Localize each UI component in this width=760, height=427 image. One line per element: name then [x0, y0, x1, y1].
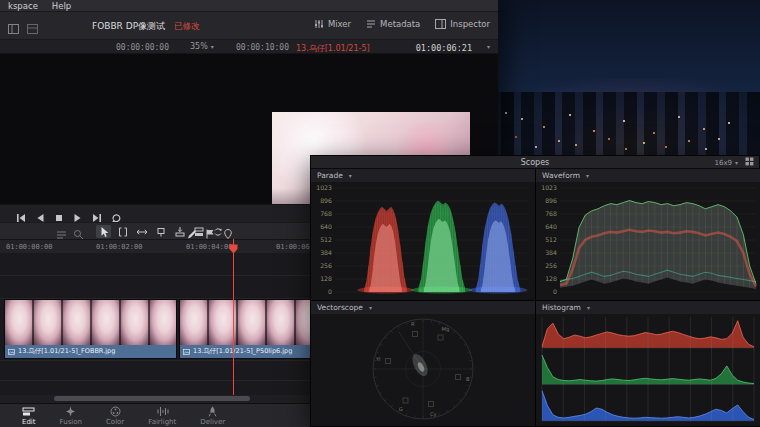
svg-text:0: 0 — [553, 288, 557, 295]
chevron-down-icon: ▾ — [211, 44, 214, 50]
scopes-window-title: Scopes — [521, 158, 550, 167]
top-button-group: Mixer Metadata Inspector — [314, 19, 490, 29]
ruler-label: 01:00:00:00 — [6, 243, 52, 251]
histogram-panel: Histogram▾ — [536, 301, 760, 426]
city-skyline — [480, 92, 760, 162]
waveform-panel: Waveform▾ 10238967686405123842561280 — [536, 169, 760, 300]
viewer-zoom-dropdown[interactable]: 35%▾ — [190, 42, 214, 51]
scopes-window[interactable]: Scopes 16x9 ▾ Parade▾ 102389676864051238… — [310, 155, 760, 427]
clip-thumbnails — [5, 300, 176, 345]
svg-text:896: 896 — [320, 197, 332, 204]
tab-color[interactable]: Color — [106, 406, 124, 426]
fairlight-page-icon — [156, 406, 169, 417]
inspector-icon — [435, 19, 446, 29]
tab-fairlight[interactable]: Fairlight — [148, 406, 176, 426]
timeline-clip-1[interactable]: 13.乌仔[1.01/21-5]_FOBBR.jpg — [4, 299, 177, 359]
menu-bar: kspace Help — [0, 0, 498, 12]
svg-text:Yl: Yl — [375, 356, 381, 362]
deliver-page-icon — [206, 406, 219, 417]
clip-name-bar: 13.乌仔[1.01/21-5]_FOBBR.jpg — [5, 345, 176, 358]
tab-edit[interactable]: Edit — [22, 406, 36, 426]
mixer-button[interactable]: Mixer — [314, 19, 351, 29]
dynamic-trim-tool-button[interactable] — [134, 225, 149, 238]
tab-deliver[interactable]: Deliver — [200, 406, 225, 426]
razor-tool-button[interactable] — [153, 225, 168, 238]
chevron-down-icon: ▾ — [735, 160, 738, 166]
effects-toggle-icon[interactable] — [27, 19, 38, 38]
viewer-options-chevron-icon[interactable]: ▾ — [487, 44, 490, 50]
mixer-icon — [314, 19, 324, 29]
image-file-icon — [183, 349, 190, 355]
parade-scope-canvas: 10238967686405123842561280 — [311, 182, 535, 300]
viewer-toolbar: 00:00:00:00 35%▾ 00:00:10:00 13.乌仔[1.01/… — [0, 40, 498, 54]
vectorscope-header[interactable]: Vectorscope▾ — [311, 301, 535, 314]
fusion-page-icon — [64, 406, 77, 417]
select-tool-button[interactable] — [96, 225, 111, 238]
image-file-icon — [8, 349, 15, 355]
svg-text:1023: 1023 — [316, 184, 332, 191]
tab-fusion[interactable]: Fusion — [60, 406, 82, 426]
menu-item-help[interactable]: Help — [52, 1, 71, 11]
svg-text:G: G — [399, 406, 403, 412]
timeline-clip-2[interactable]: 13.乌仔[1.01/21-5]_P50lip6.jpg — [179, 299, 330, 359]
inspector-button[interactable]: Inspector — [435, 19, 490, 29]
scopes-title-bar[interactable]: Scopes 16x9 ▾ — [311, 156, 759, 169]
viewer-clip-name[interactable]: 13.乌仔[1.01/21-5] — [296, 43, 370, 54]
chevron-down-icon: ▾ — [369, 305, 372, 311]
clip-thumbnails — [180, 300, 329, 345]
project-modified-status: 已修改 — [174, 21, 200, 31]
color-page-icon — [109, 406, 122, 417]
scrollbar-thumb[interactable] — [54, 396, 250, 401]
svg-text:0: 0 — [328, 288, 332, 295]
vectorscope-panel: Vectorscope▾ YlRMgBCyG — [311, 301, 535, 426]
chevron-down-icon: ▾ — [587, 305, 590, 311]
histogram-canvas — [536, 314, 760, 426]
svg-text:896: 896 — [545, 197, 557, 204]
edit-page-icon — [22, 406, 35, 417]
parade-panel: Parade▾ 10238967686405123842561280 — [311, 169, 535, 300]
waveform-scope-canvas: 10238967686405123842561280 — [536, 182, 760, 300]
svg-text:384: 384 — [545, 249, 557, 256]
svg-text:256: 256 — [320, 262, 332, 269]
parade-header[interactable]: Parade▾ — [311, 169, 535, 182]
svg-text:640: 640 — [545, 223, 557, 230]
svg-text:Mg: Mg — [441, 326, 449, 333]
viewer-duration: 00:00:10:00 — [236, 43, 289, 52]
svg-text:512: 512 — [545, 236, 557, 243]
trim-edit-tool-button[interactable] — [115, 225, 130, 238]
svg-text:768: 768 — [320, 210, 332, 217]
ruler-label: 01:00:04:00 — [186, 243, 232, 251]
scopes-aspect-value: 16x9 — [714, 159, 732, 167]
clip-name-label: 13.乌仔[1.01/21-5]_P50lip6.jpg — [193, 347, 292, 356]
playhead-line[interactable] — [233, 239, 234, 395]
scopes-aspect-dropdown[interactable]: 16x9 ▾ — [714, 159, 738, 167]
svg-text:512: 512 — [320, 236, 332, 243]
project-title: FOBBR DP像测试已修改 — [92, 20, 200, 33]
menu-item-workspace[interactable]: kspace — [8, 1, 38, 11]
svg-text:Cy: Cy — [430, 411, 437, 418]
svg-text:R: R — [411, 321, 415, 327]
chevron-down-icon: ▾ — [586, 173, 589, 179]
viewer-in-timecode: 00:00:00:00 — [116, 43, 169, 52]
metadata-button[interactable]: Metadata — [366, 19, 420, 29]
chevron-down-icon: ▾ — [349, 173, 352, 179]
media-pool-toggle-icon[interactable] — [8, 19, 19, 38]
playhead-head[interactable] — [229, 239, 238, 258]
histogram-header[interactable]: Histogram▾ — [536, 301, 760, 314]
svg-text:B: B — [466, 376, 470, 382]
svg-text:256: 256 — [545, 262, 557, 269]
vectorscope-canvas: YlRMgBCyG — [311, 314, 535, 426]
svg-text:128: 128 — [320, 275, 332, 282]
metadata-icon — [366, 19, 376, 29]
scopes-controls: 16x9 ▾ — [714, 156, 754, 169]
clip-name-bar: 13.乌仔[1.01/21-5]_P50lip6.jpg — [180, 345, 329, 358]
svg-text:768: 768 — [545, 210, 557, 217]
scopes-grid: Parade▾ 10238967686405123842561280 Wavef… — [311, 169, 759, 426]
scopes-layout-grid-icon[interactable] — [745, 157, 754, 168]
insert-clip-button[interactable] — [172, 225, 187, 238]
waveform-header[interactable]: Waveform▾ — [536, 169, 760, 182]
svg-text:384: 384 — [320, 249, 332, 256]
svg-text:128: 128 — [545, 275, 557, 282]
ruler-label: 01:00:02:00 — [96, 243, 142, 251]
screen: kspace Help FOBBR DP像测试已修改 Mixer — [0, 0, 760, 427]
